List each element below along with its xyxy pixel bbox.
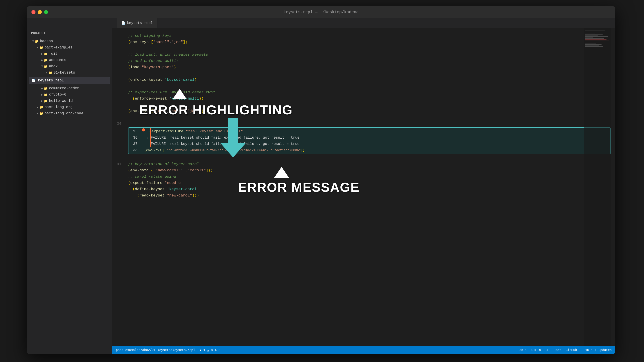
tree-label: 01-keysets [54, 71, 75, 75]
tree-item-aho2[interactable]: ▼ 📁 aho2 [27, 63, 112, 70]
code-line: (env-data { "new-carol": ["carol1"]}) [112, 167, 615, 174]
code-line [112, 102, 615, 108]
code-line-35: 35 (expect-failure "real keyset should f… [128, 128, 610, 135]
code-line: ;; expect-failure "multisig needs two" [112, 89, 615, 96]
folder-icon: 📁 [35, 39, 38, 43]
tree-item-git[interactable]: ▶ 📁 .git [27, 51, 112, 57]
tree-item-keysets-repl-active[interactable]: 📄 keysets.repl [29, 77, 110, 84]
tree-item-pact-examples[interactable]: ▼ 📁 pact-examples [27, 44, 112, 51]
code-line: (define-keyset 'keyset-carol [112, 186, 615, 192]
statusbar: pact-examples/aho2/01-keysets/keysets.re… [112, 346, 615, 354]
traffic-lights [32, 10, 48, 14]
chevron-down-icon: ▼ [32, 40, 34, 43]
folder-icon: 📁 [48, 71, 52, 75]
code-line-36: 36 ↳ FAILURE: real keyset should fail: e… [128, 135, 610, 141]
tree-label: crypto-6 [49, 93, 66, 97]
chevron-right-icon: ▶ [41, 99, 43, 103]
window-title: keysets.repl — ~/Desktop/kadena [284, 10, 359, 14]
error-highlight-block: 35 (expect-failure "real keyset should f… [128, 127, 611, 154]
status-position: 35:1 [520, 348, 527, 352]
code-line-41: 41 ;; key-rotation of keyset-carol [112, 161, 615, 167]
chevron-right-icon: ▶ [41, 58, 43, 62]
folder-icon: 📁 [44, 87, 48, 90]
tree-item-pact-lang-org[interactable]: ▶ 📁 pact-lang.org [27, 104, 112, 110]
folder-icon: 📁 [44, 93, 48, 97]
code-line-38: 38 (env-keys [ "ba34b224b19248d09840b5f5… [128, 147, 610, 153]
maximize-button[interactable] [44, 10, 48, 14]
status-language: Pact [554, 348, 561, 352]
code-line [112, 83, 615, 89]
sidebar-header: Project [27, 28, 112, 38]
status-path: pact-examples/aho2/01-keysets/keysets.re… [116, 348, 195, 352]
tree-label: commerce-order [49, 86, 79, 90]
error-dot [142, 128, 145, 131]
tree-item-commerce-order[interactable]: ▶ 📁 commerce-order [27, 85, 112, 92]
chevron-right-icon: ▶ [37, 112, 38, 115]
status-sync: → 10 ↑ 1 updates [582, 348, 612, 352]
code-line: ;; and enforces multi: [112, 58, 615, 64]
chevron-right-icon: ▶ [41, 87, 43, 90]
tree-label: .git [49, 52, 58, 56]
tree-item-01-keysets[interactable]: ▶ 📁 01-keysets [27, 70, 112, 76]
code-line-34: 34 [112, 121, 615, 127]
file-icon: 📄 [32, 79, 35, 83]
tree-label: aho2 [49, 64, 58, 68]
main-layout: Project ▼ 📁 kadena ▼ 📁 pact-examples ▶ 📁… [27, 28, 615, 354]
tab-bar: 📄 keysets.repl [27, 18, 615, 28]
tree-item-kadena[interactable]: ▼ 📁 kadena [27, 38, 112, 44]
tree-label: pact-lang.org [44, 105, 72, 109]
minimap [584, 28, 611, 354]
chevron-right-icon: ▶ [41, 93, 43, 96]
tree-item-hello-world[interactable]: ▶ 📁 hello-world [27, 98, 112, 104]
chevron-right-icon: ▶ [37, 106, 38, 109]
tree-label: kadena [40, 39, 53, 43]
tree-label: pact-lang.org-code [44, 111, 83, 116]
code-line: (env-keys ["carol","joe"]) [112, 39, 615, 45]
code-line: ;; load pact, which creates keysets [112, 52, 615, 58]
status-branch: GitHub [566, 348, 577, 352]
folder-icon: 📁 [39, 112, 43, 116]
code-line [112, 114, 615, 121]
minimize-button[interactable] [38, 10, 42, 14]
status-encoding: UTF-8 [532, 348, 541, 352]
active-file-label: keysets.repl [38, 78, 64, 83]
code-line: (expect-failure "need c [112, 180, 615, 186]
tree-label: accounts [49, 58, 66, 62]
code-line [112, 155, 615, 161]
tab-label: keysets.repl [127, 21, 153, 25]
code-line: (enforce-keyset 'keyset-carol) [112, 77, 615, 83]
code-container: ;; set-signing-keys (env-keys ["carol","… [112, 28, 615, 212]
tree-item-crypto[interactable]: ▶ 📁 crypto-6 [27, 92, 112, 98]
status-errors: ▲ 1 △ 0 ⊘ 0 [200, 348, 220, 352]
tree-label: pact-examples [44, 45, 72, 50]
folder-icon: 📁 [39, 46, 43, 50]
close-button[interactable] [32, 10, 36, 14]
folder-icon: 📁 [44, 99, 48, 103]
editor-area[interactable]: ;; set-signing-keys (env-keys ["carol","… [112, 28, 615, 354]
folder-icon: 📁 [44, 58, 48, 62]
tab-keysets-repl[interactable]: 📄 keysets.repl [117, 18, 158, 28]
code-line: (enforce-keyset 'keyset-multi)) [112, 96, 615, 102]
code-line: ;; carol rotate using: [112, 174, 615, 180]
code-line: ;; set-signing-keys [112, 33, 615, 39]
code-line [112, 70, 615, 77]
titlebar: keysets.repl — ~/Desktop/kadena [27, 6, 615, 18]
tree-item-pact-lang-org-code[interactable]: ▶ 📁 pact-lang.org-code [27, 110, 112, 117]
tree-label: hello-world [49, 99, 73, 103]
tree-item-accounts[interactable]: ▶ 📁 accounts [27, 57, 112, 63]
folder-icon: 📁 [39, 105, 43, 109]
chevron-right-icon: ▶ [46, 71, 48, 74]
sidebar: Project ▼ 📁 kadena ▼ 📁 pact-examples ▶ 📁… [27, 28, 112, 354]
code-line [112, 45, 615, 52]
tab-file-icon: 📄 [121, 21, 125, 25]
status-eol: LF [546, 348, 549, 352]
chevron-down-icon: ▼ [41, 65, 43, 68]
error-bar [150, 141, 151, 147]
code-line: (read-keyset "new-carol"))) [112, 192, 615, 199]
code-line-37: 37 FAILURE: real keyset should fail: exp… [128, 141, 610, 147]
code-line: (load "keysets.pact") [112, 64, 615, 70]
folder-icon: 📁 [44, 52, 48, 56]
error-bar [150, 135, 151, 141]
folder-icon: 📁 [44, 65, 48, 68]
app-window: keysets.repl — ~/Desktop/kadena 📄 keyset… [27, 6, 615, 354]
